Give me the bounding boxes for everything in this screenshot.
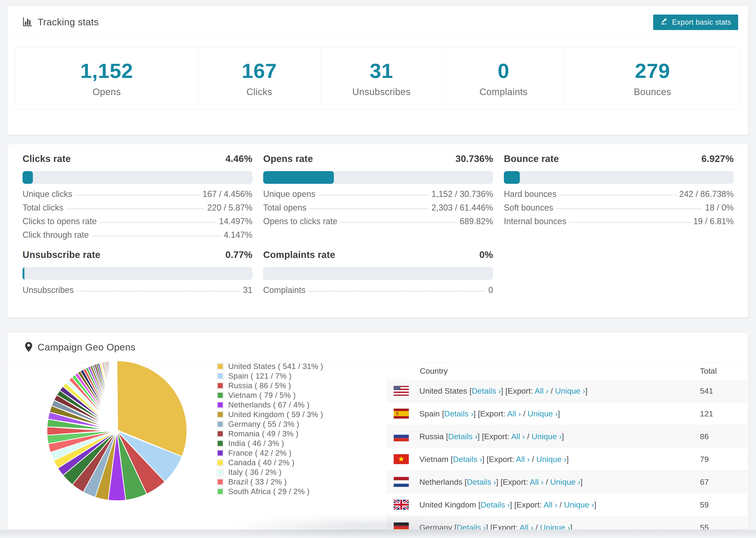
- rate-value: 4.46%: [225, 153, 252, 164]
- bracket-text: ] [Export:: [496, 477, 530, 486]
- legend-swatch: [217, 373, 224, 379]
- rate-title: Unsubscribe rate: [23, 249, 100, 260]
- legend-item-india[interactable]: India ( 46 / 3% ): [217, 439, 323, 448]
- country-cell: Netherlands [Details ›] [Export: All › /…: [419, 471, 582, 493]
- details-link[interactable]: Details ›: [453, 455, 482, 463]
- legend-item-spain[interactable]: Spain ( 121 / 7% ): [217, 371, 323, 381]
- export-basic-stats-button[interactable]: Export basic stats: [653, 15, 738, 30]
- legend-item-romania[interactable]: Romania ( 49 / 3% ): [217, 429, 323, 439]
- bracket-text: ] [Export:: [501, 386, 535, 395]
- details-link[interactable]: Details ›: [481, 500, 510, 509]
- export-unique-link[interactable]: Unique ›: [531, 432, 562, 441]
- legend-item-netherlands[interactable]: Netherlands ( 67 / 4% ): [217, 400, 323, 409]
- legend-label: United States ( 541 / 31% ): [228, 362, 323, 371]
- export-all-link[interactable]: All ›: [530, 477, 544, 486]
- rate-row-value: 14.497%: [219, 217, 252, 226]
- row-total: 79: [700, 448, 709, 470]
- rate-row-value: 220 / 5.87%: [207, 203, 252, 212]
- rate-title: Bounce rate: [504, 153, 559, 164]
- geo-opens-table: Country Total United States [Details ›] …: [387, 362, 748, 530]
- export-button-label: Export basic stats: [672, 18, 731, 27]
- dotted-leader: [100, 222, 216, 223]
- details-link[interactable]: Details ›: [467, 477, 496, 486]
- progress-fill: [23, 267, 25, 280]
- legend-item-united-states[interactable]: United States ( 541 / 31% ): [217, 361, 323, 371]
- export-all-link[interactable]: All ›: [507, 409, 521, 418]
- rate-title: Clicks rate: [23, 153, 71, 164]
- export-all-link[interactable]: All ›: [535, 386, 549, 395]
- rate-rows: Unique opens1,152 / 30.736%Total opens2,…: [263, 190, 493, 226]
- export-unique-link[interactable]: Unique ›: [536, 455, 567, 463]
- rates-card: Clicks rate4.46%Unique clicks167 / 4.456…: [7, 144, 748, 318]
- legend-label: Russia ( 86 / 5% ): [228, 381, 291, 390]
- export-unique-link[interactable]: Unique ›: [550, 477, 580, 486]
- stat-box-unsubscribes: 31Unsubscribes: [320, 47, 443, 110]
- row-total: 121: [700, 402, 713, 425]
- export-all-link[interactable]: All ›: [519, 523, 533, 530]
- legend-item-united-kingdom[interactable]: United Kingdom ( 59 / 3% ): [217, 409, 323, 419]
- legend-swatch: [217, 459, 224, 466]
- bracket-text: [: [478, 500, 480, 509]
- flag-us-icon: [394, 386, 409, 397]
- details-link[interactable]: Details ›: [457, 523, 486, 530]
- export-unique-link[interactable]: Unique ›: [540, 523, 570, 530]
- rate-block-unsubscribe-rate: Unsubscribe rate0.77%Unsubscribes31: [23, 249, 252, 295]
- dotted-leader: [319, 195, 428, 195]
- export-all-link[interactable]: All ›: [516, 455, 530, 463]
- rate-rows: Hard bounces242 / 86.738%Soft bounces18 …: [504, 190, 734, 226]
- export-unique-link[interactable]: Unique ›: [527, 409, 558, 418]
- legend-label: Canada ( 40 / 2% ): [228, 458, 295, 467]
- legend-item-italy[interactable]: Italy ( 36 / 2% ): [217, 467, 323, 477]
- country-cell: United States [Details ›] [Export: All ›…: [419, 380, 587, 402]
- table-row-united-kingdom: United Kingdom [Details ›] [Export: All …: [387, 493, 748, 516]
- legend-item-russia[interactable]: Russia ( 86 / 5% ): [217, 381, 323, 390]
- rate-row-value: 31: [243, 286, 252, 295]
- rate-row-label: Total opens: [263, 203, 306, 212]
- bracket-text: [: [446, 432, 448, 441]
- table-row-russia: Russia [Details ›] [Export: All › / Uniq…: [387, 425, 748, 448]
- details-link[interactable]: Details ›: [448, 432, 477, 441]
- rate-row: Unique clicks167 / 4.456%: [23, 190, 252, 198]
- rate-row-value: 4.147%: [224, 231, 252, 239]
- campaign-geo-opens-card: Campaign Geo Opens United States ( 541 /…: [7, 332, 748, 530]
- export-unique-link[interactable]: Unique ›: [564, 500, 594, 509]
- country-name: Netherlands: [419, 477, 465, 486]
- dotted-leader: [76, 195, 199, 195]
- country-name: Germany: [419, 523, 454, 530]
- flag-nl-icon: [394, 477, 409, 488]
- pie-slice-other[interactable]: [117, 361, 117, 390]
- bracket-text: ]: [562, 432, 564, 441]
- legend-label: Germany ( 55 / 3% ): [228, 420, 299, 429]
- legend-item-france[interactable]: France ( 42 / 2% ): [217, 448, 323, 458]
- details-link[interactable]: Details ›: [444, 409, 473, 418]
- export-all-link[interactable]: All ›: [544, 500, 557, 509]
- progress-bar: [263, 267, 493, 280]
- country-cell: Vietnam [Details ›] [Export: All › / Uni…: [419, 448, 568, 470]
- legend-swatch: [217, 363, 224, 370]
- legend-item-south-africa[interactable]: South Africa ( 29 / 2% ): [217, 487, 323, 496]
- table-row-netherlands: Netherlands [Details ›] [Export: All › /…: [387, 471, 748, 493]
- legend-label: Netherlands ( 67 / 4% ): [228, 401, 309, 409]
- tracking-stats-header: Tracking stats Export basic stats: [7, 6, 748, 39]
- export-all-link[interactable]: All ›: [511, 432, 525, 441]
- country-cell: United Kingdom [Details ›] [Export: All …: [419, 493, 596, 516]
- details-link[interactable]: Details ›: [472, 386, 501, 395]
- rate-row-label: Complaints: [263, 286, 305, 295]
- export-unique-link[interactable]: Unique ›: [555, 386, 585, 395]
- rate-row: Click through rate4.147%: [23, 231, 252, 239]
- legend-swatch: [217, 488, 224, 495]
- rate-value: 0.77%: [225, 249, 252, 260]
- legend-item-canada[interactable]: Canada ( 40 / 2% ): [217, 458, 323, 467]
- legend-swatch: [217, 469, 224, 476]
- legend-item-vietnam[interactable]: Vietnam ( 79 / 5% ): [217, 390, 323, 400]
- legend-item-brazil[interactable]: Brazil ( 33 / 2% ): [217, 477, 323, 487]
- rate-value: 30.736%: [456, 153, 493, 164]
- stat-label: Complaints: [479, 86, 527, 97]
- legend-label: Vietnam ( 79 / 5% ): [228, 391, 296, 400]
- legend-item-germany[interactable]: Germany ( 55 / 3% ): [217, 419, 323, 429]
- table-header-row: Country Total: [387, 362, 748, 380]
- rate-row: Unique opens1,152 / 30.736%: [263, 190, 493, 198]
- slash-text: /: [530, 455, 536, 463]
- stats-summary-group: 1,152Opens167Clicks31Unsubscribes0Compla…: [15, 47, 740, 110]
- rate-row: Complaints0: [263, 286, 493, 295]
